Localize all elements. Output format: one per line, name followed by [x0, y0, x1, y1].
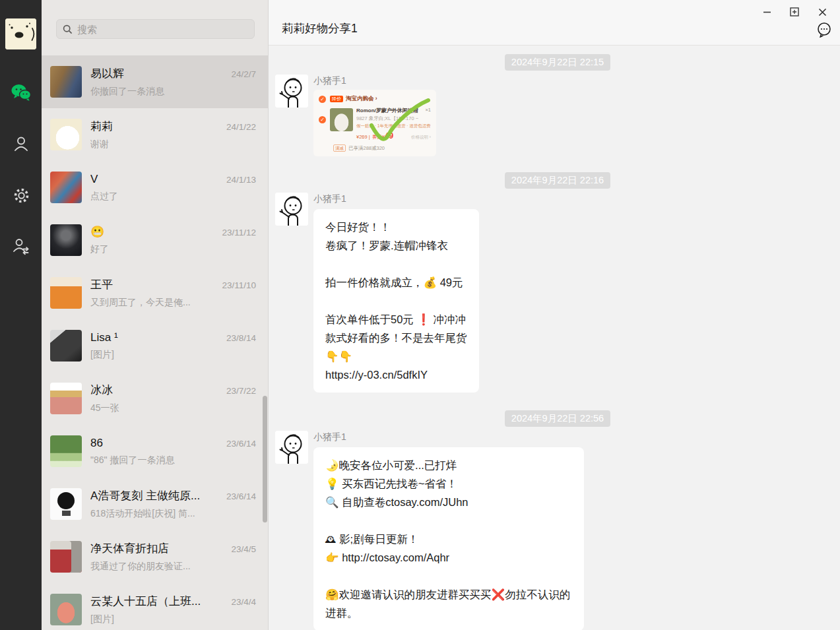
chat-item-yunmouren[interactable]: 云某人十五店（上班... 23/4/4 [图片] — [42, 583, 268, 630]
message-line — [325, 511, 572, 530]
minimize-button[interactable] — [753, 3, 781, 21]
search-icon — [63, 24, 73, 34]
product-screenshot-image[interactable]: ✓ 降价 淘宝内购会 › ✓ Romon/罗蒙户外休闲连帽 ×1 — [313, 90, 436, 156]
checkbox-checked-icon: ✓ — [319, 116, 326, 123]
chat-date: 23/6/14 — [226, 439, 256, 449]
conversation-pane: 莉莉好物分享1 — [268, 0, 840, 630]
chat-name: 云某人十五店（上班... — [90, 594, 226, 609]
settings-icon[interactable] — [11, 185, 31, 205]
chat-name: V — [90, 173, 221, 186]
price-note: 价格说明 › — [411, 135, 431, 141]
chat-item-emoji[interactable]: 😬 23/11/12 好了 — [42, 214, 268, 267]
card-footer-row: 满减 已享满288减320 — [319, 144, 431, 152]
chat-item-v[interactable]: V 24/1/13 点过了 — [42, 161, 268, 214]
message-link-text: https://y-03.cn/5dfkIY — [325, 365, 467, 384]
person-icon — [13, 135, 30, 152]
sender-avatar[interactable] — [275, 193, 308, 226]
chat-preview: 好了 — [90, 243, 256, 255]
chat-date: 23/4/4 — [231, 597, 256, 607]
chat-list-scrollbar[interactable] — [263, 396, 267, 522]
chat-avatar — [50, 435, 82, 467]
bear-avatar-art — [5, 18, 36, 49]
message-line: 拍一件价格就成立，💰 49元 — [325, 273, 467, 292]
maximize-button[interactable] — [781, 3, 808, 21]
contacts-icon[interactable] — [11, 134, 31, 154]
search-input[interactable] — [77, 24, 248, 35]
message-link-text: 🔍 自助查卷ctosay.com/JUhn — [325, 493, 572, 511]
stick-figure-avatar-art — [275, 193, 308, 226]
window-controls — [753, 3, 836, 21]
message-text-2: 小猪手1 🌛晚安各位小可爱...已打烊 💡 买东西记先找卷~省省！ 🔍 自助查卷… — [275, 431, 840, 630]
gear-icon — [13, 187, 30, 205]
chat-date: 23/7/22 — [226, 386, 256, 396]
chat-name: 易以辉 — [90, 66, 226, 81]
sender-name: 小猪手1 — [313, 431, 584, 443]
timestamp-pill: 2024年9月22日 22:16 — [505, 172, 610, 189]
coupon-price-label: 券后¥ — [372, 134, 385, 141]
coupon-price: 49 — [385, 131, 393, 141]
chat-item-jingtian[interactable]: 净天体育折扣店 23/4/5 我通过了你的朋友验证... — [42, 530, 268, 583]
chat-preview: 618活动开始啦[庆祝] 简... — [90, 508, 256, 520]
chat-preview: 谢谢 — [90, 139, 256, 150]
chat-item-lili[interactable]: 莉莉 24/1/22 谢谢 — [42, 108, 268, 161]
maximize-icon — [790, 7, 799, 16]
chat-date: 24/1/13 — [226, 175, 256, 185]
message-line: 👇👇 — [325, 347, 467, 365]
chat-date: 24/1/22 — [226, 122, 256, 132]
chat-avatar — [50, 119, 82, 150]
chat-date: 23/4/5 — [231, 544, 256, 554]
chat-name: 冰冰 — [90, 383, 221, 398]
chat-name: 😬 — [90, 225, 216, 239]
chat-item-86[interactable]: 86 23/6/14 "86" 撤回了一条消息 — [42, 425, 268, 478]
chat-name: 86 — [90, 437, 221, 450]
message-line: 款式好看的多！不是去年尾货 — [325, 329, 467, 347]
search-bar[interactable] — [56, 19, 255, 39]
close-button[interactable] — [808, 3, 836, 21]
sender-avatar[interactable] — [275, 75, 308, 108]
chat-date: 23/8/14 — [226, 333, 256, 343]
shop-name: 淘宝内购会 › — [346, 95, 377, 103]
chat-avatar — [50, 224, 82, 256]
wechat-chats-icon[interactable] — [11, 82, 31, 102]
chat-preview: 45一张 — [90, 402, 256, 414]
product-promo: 假一赔四 · 1年无理由退货 · 退货包运费 — [356, 123, 431, 129]
chat-list-panel: 易以辉 24/2/7 你撤回了一条消息 莉莉 24/1/22 谢谢 V 24/1… — [42, 0, 268, 630]
chat-item-lisa[interactable]: Lisa ¹ 23/8/14 [图片] — [42, 319, 268, 372]
message-line: 🌛晚安各位小可爱...已打烊 — [325, 456, 572, 474]
chat-name: A浩哥复刻 主做纯原... — [90, 488, 221, 503]
chat-preview: 又到周五了，今天是俺... — [90, 297, 256, 309]
message-link-text: 👉 http://ctosay.com/Aqhr — [325, 548, 572, 567]
self-avatar[interactable] — [5, 18, 36, 49]
chat-avatar — [50, 594, 82, 625]
chat-name: 净天体育折扣店 — [90, 541, 226, 556]
chat-preview: 点过了 — [90, 191, 256, 203]
discount-text: 已享满288减320 — [348, 145, 385, 152]
message-line: 首次单件低于50元 ❗ 冲冲冲 — [325, 310, 467, 329]
chat-avatar — [50, 277, 82, 309]
message-product-image: 小猪手1 ✓ 降价 淘宝内购会 › ✓ Romon/罗蒙户 — [275, 75, 840, 156]
chat-item-ahaoge[interactable]: A浩哥复刻 主做纯原... 23/6/14 618活动开始啦[庆祝] 简... — [42, 478, 268, 530]
sender-avatar[interactable] — [275, 431, 308, 464]
chat-item-wangping[interactable]: 王平 23/11/10 又到周五了，今天是俺... — [42, 267, 268, 319]
chat-item-yiyihui[interactable]: 易以辉 24/2/7 你撤回了一条消息 — [42, 55, 268, 108]
ellipsis-bubble-icon — [816, 22, 832, 38]
message-line — [325, 292, 467, 310]
message-line: 💡 买东西记先找卷~省省！ — [325, 474, 572, 493]
chat-item-bingbing[interactable]: 冰冰 23/7/22 45一张 — [42, 372, 268, 425]
chat-more-button[interactable] — [816, 21, 833, 38]
chat-date: 23/11/10 — [222, 280, 256, 290]
product-spec: 9827 象牙白;XL【155-170 ~ — [356, 115, 431, 122]
price-drop-tag: 降价 — [330, 96, 343, 102]
chat-date: 24/2/7 — [231, 69, 256, 79]
wechat-window: 易以辉 24/2/7 你撤回了一条消息 莉莉 24/1/22 谢谢 V 24/1… — [0, 0, 840, 630]
switch-account-icon[interactable] — [11, 236, 31, 256]
chat-name: 王平 — [90, 277, 216, 292]
sender-name: 小猪手1 — [313, 193, 479, 205]
close-icon — [818, 8, 827, 16]
chat-item-list: 易以辉 24/2/7 你撤回了一条消息 莉莉 24/1/22 谢谢 V 24/1… — [42, 55, 268, 630]
message-line: 今日好货！！ — [325, 218, 467, 236]
person-switch-icon — [12, 237, 30, 255]
nav-rail — [0, 0, 42, 630]
chat-avatar — [50, 488, 82, 520]
message-line: 🕰 影;剧每日更新！ — [325, 530, 572, 548]
